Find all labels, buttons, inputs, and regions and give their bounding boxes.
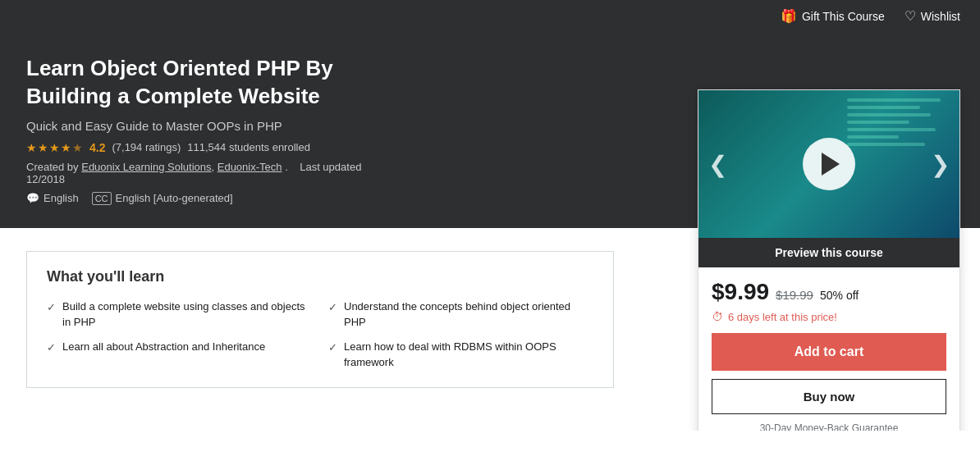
language-item: 💬 English xyxy=(26,192,79,204)
discount-badge: 50% off xyxy=(820,289,859,302)
next-arrow-icon[interactable]: ❯ xyxy=(931,151,950,178)
preview-background: ❮ ❯ xyxy=(698,90,959,238)
guarantee-text: 30-Day Money-Back Guarantee xyxy=(712,422,946,431)
course-title: Learn Object Oriented PHP By Building a … xyxy=(26,55,371,111)
code-line-4 xyxy=(847,121,909,124)
course-sidebar-card: ❮ ❯ Preview this course $9.99 $19.99 50%… xyxy=(698,89,960,431)
learn-grid: ✓ Build a complete website using classes… xyxy=(47,299,593,371)
language-label: English xyxy=(44,192,79,204)
author1-link[interactable]: Eduonix Learning Solutions xyxy=(81,161,211,173)
gift-label: Gift This Course xyxy=(802,10,885,23)
author2-link[interactable]: Eduonix-Tech xyxy=(218,161,282,173)
check-icon-1: ✓ xyxy=(47,299,56,316)
check-icon-3: ✓ xyxy=(47,340,56,356)
learn-title: What you'll learn xyxy=(47,268,593,285)
star-rating: ★ ★ ★ ★ ★ xyxy=(26,141,83,154)
current-price: $9.99 xyxy=(712,279,769,305)
learn-item-2: ✓ Understand the concepts behind object … xyxy=(328,299,593,331)
student-count: 111,544 students enrolled xyxy=(187,141,310,153)
code-line-3 xyxy=(847,113,931,116)
hero-content: Learn Object Oriented PHP By Building a … xyxy=(26,55,650,205)
code-line-6 xyxy=(847,135,900,139)
learn-box: What you'll learn ✓ Build a complete web… xyxy=(26,251,614,388)
code-line-7 xyxy=(847,143,925,146)
countdown-text: 6 days left at this price! xyxy=(728,311,837,323)
star-3: ★ xyxy=(49,141,60,154)
caption-item: CC English [Auto-generated] xyxy=(92,192,233,205)
play-button[interactable] xyxy=(803,138,855,190)
meta-row: Created by Eduonix Learning Solutions, E… xyxy=(26,161,371,185)
play-triangle-icon xyxy=(822,153,840,176)
created-by-label: Created by xyxy=(26,161,79,173)
pricing-area: $9.99 $19.99 50% off ⏱ 6 days left at th… xyxy=(698,267,959,431)
course-subtitle: Quick and Easy Guide to Master OOPs in P… xyxy=(26,119,371,133)
rating-row: ★ ★ ★ ★ ★ 4.2 (7,194 ratings) 111,544 st… xyxy=(26,141,371,154)
caption-label: English [Auto-generated] xyxy=(116,192,233,204)
star-4: ★ xyxy=(61,141,71,154)
learn-item-1: ✓ Build a complete website using classes… xyxy=(47,299,312,331)
caption-icon: CC xyxy=(92,192,112,205)
rating-count: (7,194 ratings) xyxy=(112,141,181,153)
course-preview-area[interactable]: ❮ ❯ xyxy=(698,90,959,238)
check-icon-4: ✓ xyxy=(328,340,337,356)
gift-icon: 🎁 xyxy=(781,8,797,24)
main-content: What you'll learn ✓ Build a complete web… xyxy=(0,228,640,431)
learn-text-2: Understand the concepts behind object or… xyxy=(344,299,593,331)
speech-bubble-icon: 💬 xyxy=(26,192,39,204)
learn-text-1: Build a complete website using classes a… xyxy=(62,299,312,331)
code-line-2 xyxy=(847,106,920,109)
countdown-row: ⏱ 6 days left at this price! xyxy=(712,310,946,323)
clock-icon: ⏱ xyxy=(712,310,723,323)
learn-item-4: ✓ Learn how to deal with RDBMS within OO… xyxy=(328,339,593,371)
preview-label[interactable]: Preview this course xyxy=(698,238,959,267)
star-2: ★ xyxy=(38,141,48,154)
heart-icon: ♡ xyxy=(904,8,916,24)
prev-arrow-icon[interactable]: ❮ xyxy=(708,151,727,178)
price-row: $9.99 $19.99 50% off xyxy=(712,279,946,305)
wishlist-label: Wishlist xyxy=(921,10,960,23)
check-icon-2: ✓ xyxy=(328,299,337,316)
learn-text-3: Learn all about Abstraction and Inherita… xyxy=(62,339,265,355)
star-half: ★ xyxy=(72,141,83,154)
learn-item-3: ✓ Learn all about Abstraction and Inheri… xyxy=(47,339,312,371)
star-1: ★ xyxy=(26,141,37,154)
wishlist-button[interactable]: ♡ Wishlist xyxy=(904,8,960,24)
gift-course-button[interactable]: 🎁 Gift This Course xyxy=(781,8,885,24)
add-to-cart-button[interactable]: Add to cart xyxy=(712,333,946,371)
original-price: $19.99 xyxy=(776,288,813,302)
rating-value: 4.2 xyxy=(89,141,105,154)
buy-now-button[interactable]: Buy now xyxy=(712,379,946,414)
hero-section: Learn Object Oriented PHP By Building a … xyxy=(0,32,980,228)
language-row: 💬 English CC English [Auto-generated] xyxy=(26,192,371,205)
learn-text-4: Learn how to deal with RDBMS within OOPS… xyxy=(344,339,593,371)
top-navigation: 🎁 Gift This Course ♡ Wishlist xyxy=(0,0,980,32)
code-line-1 xyxy=(847,98,941,102)
code-line-5 xyxy=(847,128,936,131)
